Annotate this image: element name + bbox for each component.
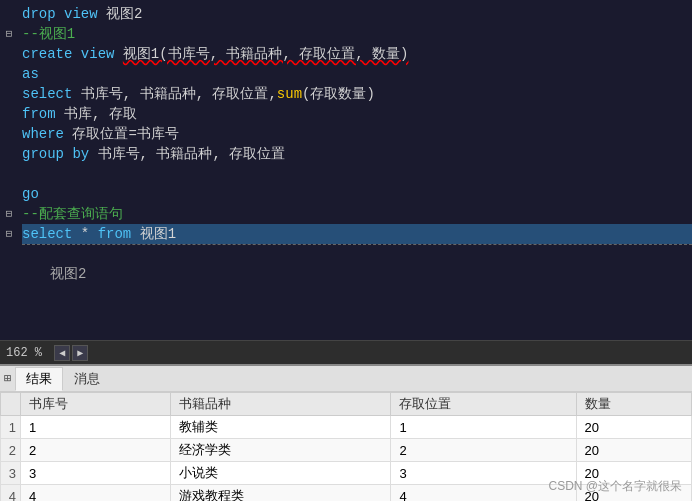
line-comment-query: --配套查询语句 — [22, 204, 692, 224]
line-select-star: select * from 视图1 — [22, 224, 692, 244]
kw-group: group by — [22, 144, 89, 164]
kw-from2: from — [98, 224, 132, 244]
line-as: as — [22, 64, 692, 84]
cell-library: 4 — [21, 485, 171, 502]
col-header-library: 书库号 — [21, 393, 171, 416]
table-icon: ⊞ — [4, 371, 11, 386]
results-tabs: ⊞ 结果 消息 — [0, 366, 692, 392]
kw-from: from — [22, 104, 56, 124]
line-dashed — [22, 244, 692, 264]
cell-species: 小说类 — [171, 462, 391, 485]
col-header-empty — [1, 393, 21, 416]
kw-select2: select — [22, 224, 72, 244]
tab-messages[interactable]: 消息 — [63, 367, 111, 391]
line-drop-view: drop view 视图2 — [22, 4, 692, 24]
line-comment-view1: --视图1 — [22, 24, 692, 44]
func-sum: sum — [277, 84, 302, 104]
col-header-count: 数量 — [576, 393, 691, 416]
col-header-location: 存取位置 — [391, 393, 576, 416]
line-partial: 视图2 — [22, 264, 692, 284]
cell-library: 2 — [21, 439, 171, 462]
line-go: go — [22, 184, 692, 204]
row-num: 4 — [1, 485, 21, 502]
line-where: where 存取位置=书库号 — [22, 124, 692, 144]
code-container: ⊟ ⊟ ⊟ drop view 视图2 --视图1 — [0, 0, 692, 340]
table-row: 2 2 经济学类 2 20 — [1, 439, 692, 462]
cell-species: 教辅类 — [171, 416, 391, 439]
cell-location: 2 — [391, 439, 576, 462]
tab-results-label: 结果 — [26, 370, 52, 388]
dashed-separator — [22, 244, 692, 245]
line-select-cols: select 书库号, 书籍品种, 存取位置, sum (存取数量) — [22, 84, 692, 104]
kw-drop: drop — [22, 4, 56, 24]
cell-count: 20 — [576, 439, 691, 462]
cell-count: 20 — [576, 416, 691, 439]
kw-create: create — [22, 44, 72, 64]
table-header-row: 书库号 书籍品种 存取位置 数量 — [1, 393, 692, 416]
fold-create-view[interactable]: ⊟ — [0, 24, 18, 44]
zoom-level: 162 % — [6, 346, 42, 360]
tab-messages-label: 消息 — [74, 370, 100, 388]
kw-go: go — [22, 184, 39, 204]
kw-where: where — [22, 124, 64, 144]
table-row: 1 1 教辅类 1 20 — [1, 416, 692, 439]
line-group: group by 书库号, 书籍品种, 存取位置 — [22, 144, 692, 164]
fold-dashed[interactable]: ⊟ — [0, 224, 18, 244]
scroll-left-button[interactable]: ◀ — [54, 345, 70, 361]
cell-location: 1 — [391, 416, 576, 439]
editor-area: ⊟ ⊟ ⊟ drop view 视图2 --视图1 — [0, 0, 692, 340]
cell-species: 游戏教程类 — [171, 485, 391, 502]
cell-library: 1 — [21, 416, 171, 439]
kw-view2: view — [81, 44, 115, 64]
kw-select: select — [22, 84, 72, 104]
kw-view: view — [64, 4, 98, 24]
row-num: 2 — [1, 439, 21, 462]
line-create-view: create view 视图1(书库号, 书籍品种, 存取位置, 数量) — [22, 44, 692, 64]
view-name: 视图1(书库号, 书籍品种, 存取位置, 数量) — [123, 44, 409, 64]
fold-select[interactable]: ⊟ — [0, 204, 18, 224]
cell-species: 经济学类 — [171, 439, 391, 462]
kw-as: as — [22, 64, 39, 84]
scroll-right-button[interactable]: ▶ — [72, 345, 88, 361]
line-from: from 书库, 存取 — [22, 104, 692, 124]
col-header-species: 书籍品种 — [171, 393, 391, 416]
watermark: CSDN @这个名字就很呆 — [548, 478, 682, 495]
status-bar: 162 % ◀ ▶ — [0, 340, 692, 364]
row-num: 3 — [1, 462, 21, 485]
row-num: 1 — [1, 416, 21, 439]
line-blank — [22, 164, 692, 184]
code-lines: drop view 视图2 --视图1 create view 视图1(书库号,… — [18, 0, 692, 340]
gutter: ⊟ ⊟ ⊟ — [0, 0, 18, 340]
comment-view1: --视图1 — [22, 24, 75, 44]
cell-library: 3 — [21, 462, 171, 485]
comment-query: --配套查询语句 — [22, 204, 123, 224]
tab-results[interactable]: 结果 — [15, 367, 63, 391]
